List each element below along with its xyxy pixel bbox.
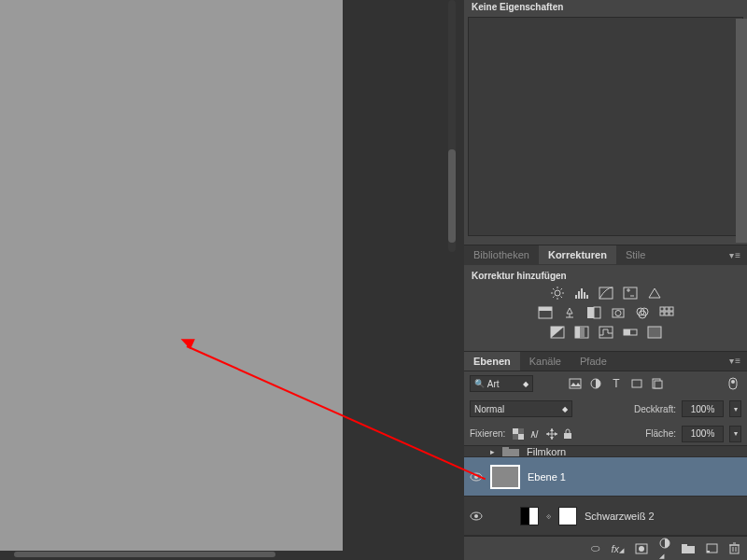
channel-mixer-icon[interactable] [634, 306, 651, 320]
levels-icon[interactable] [573, 287, 590, 301]
svg-point-28 [615, 311, 621, 316]
threshold-icon[interactable] [598, 326, 614, 340]
svg-marker-19 [649, 288, 660, 298]
layer-effects-icon[interactable]: fx◢ [611, 543, 624, 554]
filter-shape-icon[interactable] [628, 375, 645, 392]
tab-paths[interactable]: Pfade [571, 352, 616, 371]
color-lookup-icon[interactable] [658, 306, 675, 320]
black-white-icon[interactable] [585, 306, 602, 320]
tab-layers[interactable]: Ebenen [464, 352, 520, 371]
layer-name[interactable]: Filmkorn [527, 446, 566, 457]
visibility-toggle[interactable] [470, 511, 483, 521]
add-mask-icon[interactable] [635, 543, 648, 554]
opacity-label: Deckkraft: [634, 404, 676, 414]
svg-rect-78 [707, 551, 710, 553]
adjustments-panel: Korrektur hinzufügen [464, 265, 747, 351]
svg-line-6 [560, 297, 562, 299]
layer-row-group[interactable]: ▸ Filmkorn [464, 446, 747, 457]
svg-rect-9 [575, 295, 577, 299]
svg-rect-52 [655, 381, 662, 388]
layer-row-selected[interactable]: Ebene 1 [464, 457, 747, 497]
right-panel-stack: Keine Eigenschaften Bibliotheken Korrekt… [464, 0, 747, 560]
svg-rect-58 [513, 434, 518, 440]
svg-marker-48 [571, 383, 581, 386]
opacity-input[interactable]: 100% [682, 400, 724, 417]
tab-libraries[interactable]: Bibliotheken [464, 245, 539, 264]
photo-filter-icon[interactable] [610, 306, 627, 320]
filter-adjustment-icon[interactable] [587, 375, 604, 392]
svg-rect-66 [502, 449, 519, 456]
properties-scrollbar[interactable] [736, 19, 747, 243]
layers-bottom-bar: ⬭ fx◢ ◢ [464, 536, 747, 560]
svg-rect-46 [648, 327, 661, 338]
svg-rect-26 [594, 307, 600, 318]
layer-row[interactable]: ⟐ Schwarzweiß 2 [464, 497, 747, 536]
color-balance-icon[interactable] [561, 306, 578, 320]
canvas[interactable] [0, 0, 343, 551]
fill-dropdown-icon[interactable]: ▾ [729, 426, 741, 442]
add-adjustment-label: Korrektur hinzufügen [472, 271, 740, 281]
mask-thumbnail[interactable] [558, 507, 577, 525]
tab-adjustments[interactable]: Korrekturen [539, 245, 616, 264]
filter-pixel-icon[interactable] [567, 375, 584, 392]
vertical-scrollbar[interactable] [448, 0, 456, 252]
invert-icon[interactable] [549, 326, 566, 340]
svg-rect-14 [599, 287, 613, 299]
visibility-toggle[interactable] [470, 472, 483, 482]
gradient-map-icon[interactable] [622, 326, 639, 340]
svg-rect-35 [660, 312, 664, 315]
properties-body [468, 17, 743, 236]
curves-icon[interactable] [598, 287, 614, 301]
kind-label: Art [487, 379, 500, 389]
lock-transparency-icon[interactable] [513, 428, 524, 440]
blend-mode-select[interactable]: Normal◆ [470, 400, 572, 417]
adjustments-tab-bar: Bibliotheken Korrekturen Stile ▾≡ [464, 245, 747, 265]
new-group-icon[interactable] [682, 543, 695, 553]
svg-rect-37 [669, 312, 673, 315]
filter-kind-select[interactable]: 🔍 Art◆ [470, 375, 533, 392]
lock-pixels-icon[interactable] [529, 428, 541, 440]
exposure-icon[interactable] [622, 287, 639, 301]
svg-point-54 [731, 380, 735, 384]
lock-position-icon[interactable] [546, 428, 557, 440]
hue-saturation-icon[interactable] [537, 306, 554, 320]
filter-type-icon[interactable]: T [608, 375, 625, 392]
tab-styles[interactable]: Stile [616, 245, 655, 264]
svg-rect-45 [624, 329, 630, 335]
filter-toggle-icon[interactable] [725, 375, 741, 392]
panel-menu-icon[interactable]: ▾≡ [729, 250, 741, 260]
link-icon[interactable]: ⟐ [546, 511, 551, 521]
layer-thumbnail[interactable] [490, 465, 520, 489]
layers-panel-menu-icon[interactable]: ▾≡ [729, 356, 741, 366]
scrollbar-thumb[interactable] [448, 149, 456, 243]
layer-name[interactable]: Ebene 1 [528, 471, 566, 483]
selective-color-icon[interactable] [646, 326, 663, 340]
svg-rect-32 [660, 307, 664, 311]
svg-point-73 [639, 546, 644, 552]
new-layer-icon[interactable] [706, 543, 718, 553]
svg-marker-62 [550, 437, 554, 440]
properties-panel: Keine Eigenschaften [464, 0, 747, 245]
opacity-dropdown-icon[interactable]: ▾ [729, 400, 741, 417]
filter-smart-icon[interactable] [649, 375, 666, 392]
svg-marker-64 [555, 432, 557, 436]
tab-channels[interactable]: Kanäle [520, 352, 571, 371]
brightness-contrast-icon[interactable] [549, 287, 566, 301]
vibrance-icon[interactable] [646, 287, 663, 301]
svg-point-69 [474, 475, 478, 479]
svg-line-5 [553, 288, 555, 290]
fill-input[interactable]: 100% [682, 426, 724, 442]
svg-rect-67 [502, 447, 509, 450]
horizontal-scrollbar[interactable] [14, 552, 275, 557]
svg-rect-57 [518, 428, 524, 434]
lock-all-icon[interactable] [563, 428, 572, 440]
svg-rect-15 [624, 287, 637, 299]
svg-rect-55 [513, 428, 518, 434]
svg-rect-75 [682, 546, 695, 553]
delete-layer-icon[interactable] [729, 542, 740, 554]
link-layers-icon[interactable]: ⬭ [591, 542, 599, 554]
adjustment-thumbnail[interactable] [520, 507, 539, 525]
layer-name[interactable]: Schwarzweiß 2 [585, 511, 655, 522]
new-adjustment-icon[interactable]: ◢ [659, 538, 670, 560]
posterize-icon[interactable] [573, 326, 590, 340]
